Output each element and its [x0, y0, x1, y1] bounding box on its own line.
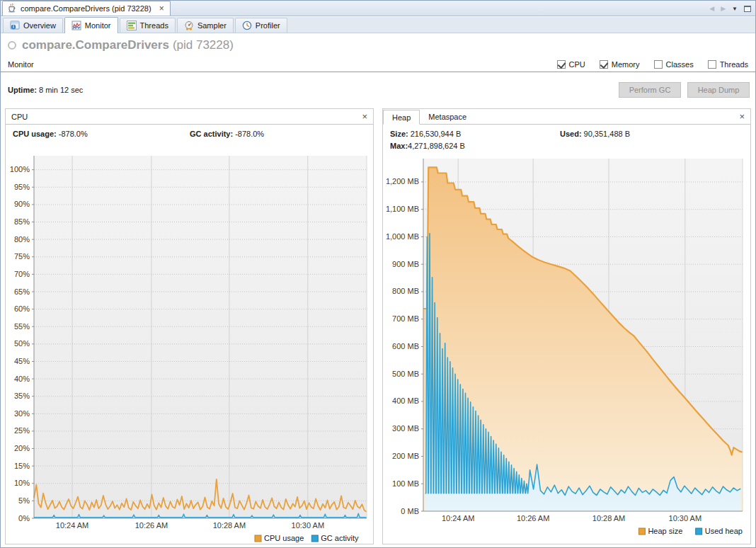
heap-dump-button[interactable]: Heap Dump	[687, 82, 750, 98]
cpu-panel-header: CPU ×	[6, 109, 373, 125]
document-tab-bar: compare.CompareDrivers (pid 73228) × ◀ ▶…	[1, 1, 755, 16]
heap-size-stat: Size:216,530,944 B	[390, 130, 461, 138]
heap-ytick-label: 300 MB	[392, 424, 419, 433]
cpu-ytick-label: 0%	[18, 514, 30, 523]
checkbox-label: Threads	[720, 60, 748, 69]
heap-used-stat: Used:90,351,488 B	[560, 130, 630, 138]
heap-stats: Size:216,530,944 B Used:90,351,488 B Max…	[383, 125, 750, 153]
cpu-ytick-label: 75%	[14, 252, 30, 261]
checkbox-label: CPU	[569, 60, 585, 69]
unchecked-checkbox-icon[interactable]	[654, 60, 663, 69]
visualvm-window: compare.CompareDrivers (pid 73228) × ◀ ▶…	[0, 0, 756, 548]
checkbox-label: Memory	[612, 60, 640, 69]
cpu-ytick-label: 20%	[14, 444, 30, 452]
monitor-icon	[71, 21, 81, 30]
checkbox-memory[interactable]: Memory	[600, 60, 640, 69]
legend-label: CPU usage	[264, 534, 304, 542]
heap-ytick-label: 0 MB	[401, 507, 419, 515]
cpu-ytick-label: 80%	[14, 235, 30, 244]
heap-ytick-label: 100 MB	[392, 479, 419, 488]
nav-back-icon[interactable]: ◀	[709, 5, 714, 12]
heap-ytick-label: 400 MB	[392, 396, 419, 405]
tab-overview[interactable]: iOverview	[3, 18, 63, 33]
tab-profiler[interactable]: Profiler	[235, 18, 287, 33]
legend-swatch-cpu-usage	[255, 535, 261, 542]
cpu-ytick-label: 95%	[14, 183, 30, 191]
perform-gc-button[interactable]: Perform GC	[619, 82, 681, 98]
heap-panel-close-icon[interactable]: ×	[739, 111, 745, 122]
tab-label: Sampler	[197, 21, 227, 30]
uptime-value: 8 min 12 sec	[39, 86, 83, 94]
heap-ytick-label: 200 MB	[392, 452, 419, 460]
document-tab[interactable]: compare.CompareDrivers (pid 73228) ×	[2, 1, 171, 16]
heap-ytick-label: 700 MB	[392, 314, 419, 323]
maximize-icon[interactable]	[744, 6, 751, 12]
heap-panel-header: Heap Metaspace ×	[383, 109, 750, 125]
legend-swatch-used-heap	[696, 528, 702, 535]
profiler-icon	[242, 21, 252, 30]
chart-panels: CPU × CPU usage:-878.0% GC activity:-878…	[5, 108, 751, 544]
tab-label: Threads	[140, 21, 168, 30]
monitor-checkboxes: CPUMemoryClassesThreads	[557, 60, 748, 69]
heap-ytick-label: 800 MB	[392, 287, 419, 295]
cpu-xtick-label: 10:28 AM	[213, 521, 246, 530]
cpu-ytick-label: 55%	[14, 322, 30, 331]
nav-forward-icon[interactable]: ▶	[721, 5, 726, 12]
app-pid-text: (pid 73228)	[173, 38, 234, 52]
tab-monitor[interactable]: Monitor	[64, 17, 118, 33]
cpu-ytick-label: 25%	[14, 426, 30, 435]
cpu-usage-stat: CPU usage:-878.0%	[13, 130, 88, 138]
close-tab-icon[interactable]: ×	[159, 4, 164, 13]
tab-heap[interactable]: Heap	[383, 110, 420, 125]
cpu-ytick-label: 15%	[14, 462, 30, 470]
gc-activity-stat: GC activity:-878.0%	[190, 130, 264, 138]
cpu-ytick-label: 70%	[14, 270, 30, 278]
monitor-toolbar: Monitor CPUMemoryClassesThreads	[1, 57, 755, 72]
cpu-ytick-label: 85%	[14, 217, 30, 226]
cpu-xtick-label: 10:26 AM	[135, 521, 168, 530]
checkbox-threads[interactable]: Threads	[708, 60, 748, 69]
view-tab-bar: iOverviewMonitorThreadsSamplerProfiler	[1, 17, 755, 33]
page-title: compare.CompareDrivers (pid 73228)	[8, 38, 234, 52]
checkbox-label: Classes	[666, 60, 694, 69]
heap-xtick-label: 10:24 AM	[442, 514, 474, 523]
tab-label: Monitor	[85, 21, 111, 30]
window-nav-icons: ◀ ▶ ▼	[709, 1, 751, 16]
cpu-ytick-label: 60%	[14, 304, 30, 313]
checkbox-classes[interactable]: Classes	[654, 60, 694, 69]
heap-xtick-label: 10:28 AM	[592, 514, 625, 523]
tab-threads[interactable]: Threads	[120, 18, 176, 33]
heap-ytick-label: 900 MB	[392, 260, 419, 268]
cpu-ytick-label: 45%	[14, 357, 30, 365]
svg-text:i: i	[13, 24, 14, 29]
checked-checkbox-icon[interactable]	[557, 60, 566, 69]
tab-sampler[interactable]: Sampler	[177, 18, 234, 33]
heap-xtick-label: 10:30 AM	[669, 514, 701, 523]
unchecked-checkbox-icon[interactable]	[708, 60, 716, 69]
tab-label: Overview	[23, 21, 56, 30]
status-row: Uptime:8 min 12 sec Perform GCHeap Dump	[8, 80, 750, 100]
checkbox-cpu[interactable]: CPU	[557, 60, 585, 69]
legend-label: GC activity	[321, 534, 359, 542]
heap-ytick-label: 1,000 MB	[386, 232, 419, 241]
overview-icon: i	[10, 21, 20, 30]
heap-xtick-label: 10:26 AM	[517, 514, 549, 523]
cpu-panel: CPU × CPU usage:-878.0% GC activity:-878…	[5, 108, 374, 544]
cpu-stats: CPU usage:-878.0% GC activity:-878.0%	[6, 125, 373, 144]
heap-ytick-label: 1,100 MB	[386, 205, 419, 213]
heap-chart: 0 MB100 MB200 MB300 MB400 MB500 MB600 MB…	[383, 153, 751, 541]
legend-swatch-heap-size	[638, 528, 645, 535]
tab-label: Profiler	[256, 21, 280, 30]
cpu-panel-close-icon[interactable]: ×	[362, 111, 367, 122]
cpu-plot-area	[34, 156, 367, 518]
uptime: Uptime:8 min 12 sec	[8, 86, 83, 94]
legend-label: Heap size	[648, 527, 682, 535]
heap-ytick-label: 500 MB	[392, 370, 419, 378]
checked-checkbox-icon[interactable]	[600, 60, 608, 69]
tab-metaspace[interactable]: Metaspace	[420, 110, 475, 125]
cpu-ytick-label: 65%	[14, 287, 30, 296]
tab-list-dropdown-icon[interactable]: ▼	[732, 6, 738, 12]
heap-max-stat: Max:4,271,898,624 B	[390, 142, 465, 150]
legend-label: Used heap	[705, 527, 743, 535]
heap-ytick-label: 600 MB	[392, 342, 419, 350]
